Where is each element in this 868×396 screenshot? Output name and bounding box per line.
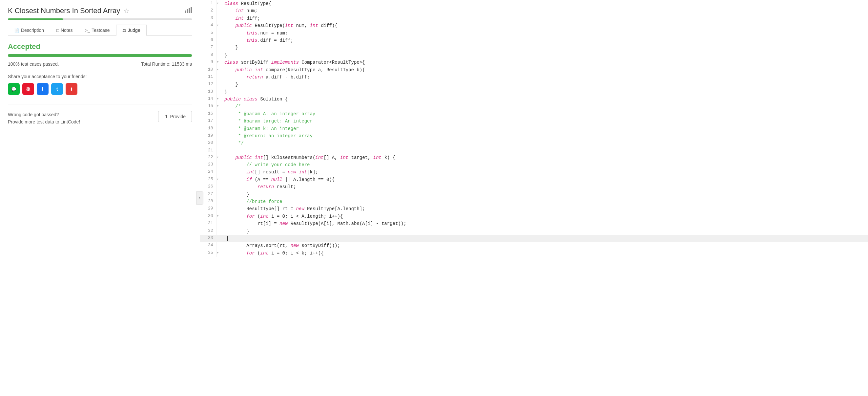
table-row: 6 this.diff = diff; xyxy=(200,37,868,44)
line-arrow xyxy=(217,118,222,125)
line-number: 17 xyxy=(200,118,217,125)
line-content: * @return: an integer array xyxy=(222,132,868,140)
line-arrow: ▾ xyxy=(217,176,222,183)
line-content: return a.diff - b.diff; xyxy=(222,74,868,81)
table-row: 18 * @param k: An integer xyxy=(200,125,868,132)
line-arrow xyxy=(217,147,222,154)
tab-testcase[interactable]: >_ Testcase xyxy=(79,25,116,35)
table-row: 24 int[] result = new int[k]; xyxy=(200,168,868,176)
table-row: 12 } xyxy=(200,81,868,88)
line-number: 19 xyxy=(200,132,217,140)
progress-bar-top xyxy=(8,19,192,20)
line-number: 11 xyxy=(200,74,217,81)
line-content: public int[] kClosestNumbers(int[] A, in… xyxy=(222,154,868,161)
line-arrow: ▾ xyxy=(217,103,222,110)
line-arrow xyxy=(217,88,222,95)
wechat-button[interactable]: 💬 xyxy=(8,83,20,95)
table-row: 10 ▾ public int compare(ResultType a, Re… xyxy=(200,66,868,74)
line-content: * @param k: An integer xyxy=(222,125,868,132)
line-arrow xyxy=(217,242,222,249)
line-number: 3 xyxy=(200,15,217,22)
weibo-button[interactable]: 微 xyxy=(22,83,34,95)
code-editor-panel[interactable]: 1 ▾ class ResultType{ 2 int num; 3 int d… xyxy=(200,0,868,396)
line-number: 21 xyxy=(200,147,217,154)
line-number: 30 xyxy=(200,213,217,220)
accepted-status: Accepted xyxy=(8,43,192,51)
line-arrow: ▾ xyxy=(217,59,222,66)
line-content: /* xyxy=(222,103,868,110)
facebook-icon: f xyxy=(42,86,43,92)
tab-judge[interactable]: ⚖ Judge xyxy=(116,25,147,36)
line-number: 22 xyxy=(200,154,217,161)
wrong-code-line1: Wrong code got passed? xyxy=(8,111,80,118)
star-icon[interactable]: ☆ xyxy=(123,7,129,15)
table-row: 32 } xyxy=(200,228,868,235)
line-number: 16 xyxy=(200,110,217,118)
line-number: 24 xyxy=(200,168,217,176)
table-row: 33 xyxy=(200,235,868,242)
line-number: 1 xyxy=(200,0,217,7)
line-content: * @param A: an integer array xyxy=(222,110,868,118)
table-row: 5 this.num = num; xyxy=(200,30,868,37)
line-arrow xyxy=(217,168,222,176)
collapse-arrow[interactable]: › xyxy=(196,192,204,204)
svg-rect-0 xyxy=(185,10,186,13)
chart-icon[interactable] xyxy=(185,7,192,15)
table-row: 27 } xyxy=(200,191,868,198)
table-row: 20 */ xyxy=(200,140,868,147)
line-content: */ xyxy=(222,140,868,147)
tab-description-label: Description xyxy=(21,28,44,33)
plus-icon: + xyxy=(70,86,73,93)
line-arrow xyxy=(217,15,222,22)
svg-rect-1 xyxy=(187,9,188,13)
line-arrow xyxy=(217,74,222,81)
test-cases-passed: 100% test cases passed. xyxy=(8,61,59,67)
line-number: 2 xyxy=(200,7,217,15)
wechat-icon: 💬 xyxy=(11,87,17,92)
line-number: 18 xyxy=(200,125,217,132)
line-content: if (A == null || A.length == 0){ xyxy=(222,176,868,183)
line-arrow xyxy=(217,30,222,37)
line-content: int[] result = new int[k]; xyxy=(222,168,868,176)
provide-label: Provide xyxy=(170,114,186,119)
result-bar xyxy=(8,54,192,57)
table-row: 31 rt[i] = new ResultType(A[i], Math.abs… xyxy=(200,220,868,227)
tab-description[interactable]: 📄 Description xyxy=(8,25,50,35)
line-number: 25 xyxy=(200,176,217,183)
line-content: class sortByDiff implements Comparator<R… xyxy=(222,59,868,66)
facebook-button[interactable]: f xyxy=(37,83,49,95)
line-content: return result; xyxy=(222,183,868,191)
line-content: * @param target: An integer xyxy=(222,118,868,125)
tab-testcase-label: Testcase xyxy=(92,28,110,33)
divider xyxy=(8,104,192,105)
twitter-icon: t xyxy=(56,86,58,92)
line-arrow: ▾ xyxy=(217,250,222,257)
stats-row: 100% test cases passed. Total Runtime: 1… xyxy=(8,61,192,67)
tab-judge-label: Judge xyxy=(128,28,141,33)
line-arrow xyxy=(217,191,222,198)
provide-icon: ⬆ xyxy=(164,114,168,119)
line-number: 29 xyxy=(200,205,217,213)
line-content: public int compare(ResultType a, ResultT… xyxy=(222,66,868,74)
provide-button[interactable]: ⬆ Provide xyxy=(158,111,192,122)
line-arrow xyxy=(217,235,222,242)
line-content: class ResultType{ xyxy=(222,0,868,7)
twitter-button[interactable]: t xyxy=(51,83,63,95)
testcase-icon: >_ xyxy=(85,28,90,33)
table-row: 17 * @param target: An integer xyxy=(200,118,868,125)
table-row: 4 ▾ public ResultType(int num, int diff)… xyxy=(200,22,868,29)
wrong-code-text: Wrong code got passed? Provide more test… xyxy=(8,111,80,126)
line-content: this.diff = diff; xyxy=(222,37,868,44)
line-number: 7 xyxy=(200,44,217,51)
line-arrow xyxy=(217,44,222,51)
plus-button[interactable]: + xyxy=(66,83,78,95)
table-row: 16 * @param A: an integer array xyxy=(200,110,868,118)
tab-notes[interactable]: □ Notes xyxy=(50,25,79,35)
line-arrow: ▾ xyxy=(217,95,222,103)
line-arrow: ▾ xyxy=(217,213,222,220)
line-content: public class Solution { xyxy=(222,95,868,103)
problem-header: K Closest Numbers In Sorted Array ☆ xyxy=(8,6,192,15)
description-icon: 📄 xyxy=(14,28,19,33)
svg-rect-3 xyxy=(191,7,192,13)
line-number: 35 xyxy=(200,250,217,257)
